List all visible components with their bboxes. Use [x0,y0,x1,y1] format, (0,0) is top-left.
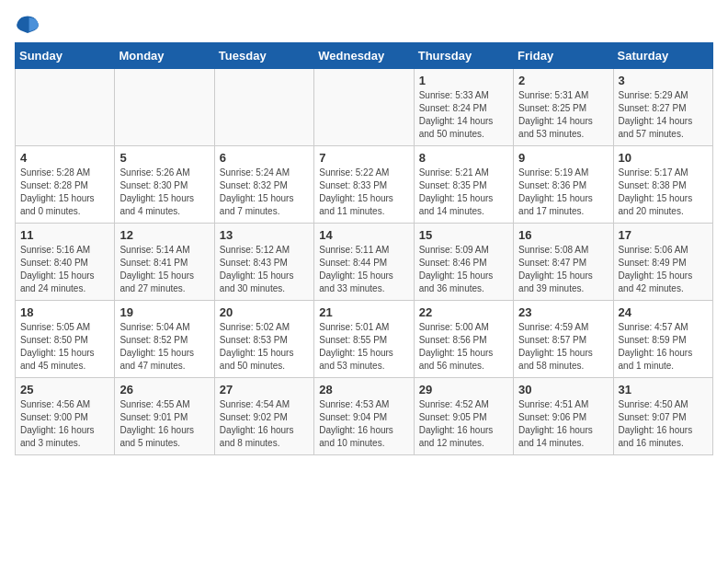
day-number: 14 [319,228,408,242]
day-info: Sunrise: 5:21 AM Sunset: 8:35 PM Dayligh… [419,167,508,218]
day-number: 31 [619,383,708,396]
day-info: Sunrise: 4:54 AM Sunset: 9:02 PM Dayligh… [220,398,309,450]
day-number: 30 [518,383,608,396]
calendar-cell [214,69,313,146]
day-info: Sunrise: 4:52 AM Sunset: 9:05 PM Dayligh… [419,398,508,450]
calendar-cell: 27Sunrise: 4:54 AM Sunset: 9:02 PM Dayli… [214,378,313,455]
day-number: 11 [20,228,109,242]
day-number: 3 [619,74,708,87]
day-info: Sunrise: 4:57 AM Sunset: 8:59 PM Dayligh… [619,321,708,373]
day-info: Sunrise: 5:33 AM Sunset: 8:24 PM Dayligh… [419,89,508,141]
day-number: 2 [518,74,608,87]
day-number: 13 [220,228,309,242]
calendar-cell: 29Sunrise: 4:52 AM Sunset: 9:05 PM Dayli… [414,378,513,455]
day-number: 28 [319,383,408,396]
calendar-cell: 20Sunrise: 5:02 AM Sunset: 8:53 PM Dayli… [214,301,313,378]
calendar-cell: 15Sunrise: 5:09 AM Sunset: 8:46 PM Dayli… [414,224,513,301]
day-info: Sunrise: 5:28 AM Sunset: 8:28 PM Dayligh… [20,167,109,218]
weekday-header: Friday [514,43,613,69]
day-info: Sunrise: 5:26 AM Sunset: 8:30 PM Dayligh… [119,167,209,218]
calendar-cell: 7Sunrise: 5:22 AM Sunset: 8:33 PM Daylig… [314,146,414,224]
day-number: 21 [319,305,408,319]
day-number: 5 [119,151,209,165]
calendar-cell: 8Sunrise: 5:21 AM Sunset: 8:35 PM Daylig… [414,146,513,224]
day-number: 15 [419,228,508,242]
calendar-cell: 10Sunrise: 5:17 AM Sunset: 8:38 PM Dayli… [613,146,712,224]
day-number: 7 [319,151,408,165]
day-number: 25 [20,383,109,396]
day-info: Sunrise: 5:24 AM Sunset: 8:32 PM Dayligh… [220,167,309,218]
day-info: Sunrise: 4:53 AM Sunset: 9:04 PM Dayligh… [319,398,408,450]
day-info: Sunrise: 5:05 AM Sunset: 8:50 PM Dayligh… [20,321,109,373]
calendar-cell: 1Sunrise: 5:33 AM Sunset: 8:24 PM Daylig… [414,69,513,146]
calendar-cell: 14Sunrise: 5:11 AM Sunset: 8:44 PM Dayli… [314,224,414,301]
day-number: 19 [119,305,209,319]
calendar-cell: 16Sunrise: 5:08 AM Sunset: 8:47 PM Dayli… [514,224,613,301]
calendar-cell: 12Sunrise: 5:14 AM Sunset: 8:41 PM Dayli… [115,224,214,301]
day-number: 12 [119,228,209,242]
day-number: 6 [220,151,309,165]
day-info: Sunrise: 4:51 AM Sunset: 9:06 PM Dayligh… [518,398,608,450]
day-info: Sunrise: 5:08 AM Sunset: 8:47 PM Dayligh… [518,244,608,295]
calendar-cell: 2Sunrise: 5:31 AM Sunset: 8:25 PM Daylig… [514,69,613,146]
day-info: Sunrise: 4:55 AM Sunset: 9:01 PM Dayligh… [119,398,209,450]
day-number: 24 [619,305,708,319]
day-info: Sunrise: 5:16 AM Sunset: 8:40 PM Dayligh… [20,244,109,295]
logo [15,15,44,33]
day-number: 1 [419,74,508,87]
calendar-cell [16,69,115,146]
calendar-cell: 30Sunrise: 4:51 AM Sunset: 9:06 PM Dayli… [514,378,613,455]
weekday-header: Sunday [16,43,115,69]
day-number: 4 [20,151,109,165]
calendar-cell [115,69,214,146]
day-number: 16 [518,228,608,242]
day-info: Sunrise: 5:14 AM Sunset: 8:41 PM Dayligh… [119,244,209,295]
day-info: Sunrise: 5:31 AM Sunset: 8:25 PM Dayligh… [518,89,608,141]
calendar-week-row: 11Sunrise: 5:16 AM Sunset: 8:40 PM Dayli… [16,224,713,301]
calendar-cell: 26Sunrise: 4:55 AM Sunset: 9:01 PM Dayli… [115,378,214,455]
day-number: 8 [419,151,508,165]
weekday-header: Tuesday [214,43,313,69]
calendar-cell: 28Sunrise: 4:53 AM Sunset: 9:04 PM Dayli… [314,378,414,455]
day-info: Sunrise: 5:04 AM Sunset: 8:52 PM Dayligh… [119,321,209,373]
calendar-cell: 5Sunrise: 5:26 AM Sunset: 8:30 PM Daylig… [115,146,214,224]
calendar-table: SundayMondayTuesdayWednesdayThursdayFrid… [15,42,713,455]
calendar-cell: 31Sunrise: 4:50 AM Sunset: 9:07 PM Dayli… [613,378,712,455]
calendar-week-row: 4Sunrise: 5:28 AM Sunset: 8:28 PM Daylig… [16,146,713,224]
day-number: 29 [419,383,508,396]
day-info: Sunrise: 5:19 AM Sunset: 8:36 PM Dayligh… [518,167,608,218]
calendar-cell: 18Sunrise: 5:05 AM Sunset: 8:50 PM Dayli… [16,301,115,378]
weekday-header: Wednesday [314,43,414,69]
calendar-cell: 23Sunrise: 4:59 AM Sunset: 8:57 PM Dayli… [514,301,613,378]
day-info: Sunrise: 4:56 AM Sunset: 9:00 PM Dayligh… [20,398,109,450]
day-info: Sunrise: 5:11 AM Sunset: 8:44 PM Dayligh… [319,244,408,295]
calendar-cell: 24Sunrise: 4:57 AM Sunset: 8:59 PM Dayli… [613,301,712,378]
day-number: 18 [20,305,109,319]
calendar-cell: 9Sunrise: 5:19 AM Sunset: 8:36 PM Daylig… [514,146,613,224]
calendar-cell: 19Sunrise: 5:04 AM Sunset: 8:52 PM Dayli… [115,301,214,378]
day-info: Sunrise: 5:09 AM Sunset: 8:46 PM Dayligh… [419,244,508,295]
calendar-cell [314,69,414,146]
calendar-cell: 25Sunrise: 4:56 AM Sunset: 9:00 PM Dayli… [16,378,115,455]
calendar-cell: 13Sunrise: 5:12 AM Sunset: 8:43 PM Dayli… [214,224,313,301]
calendar-cell: 3Sunrise: 5:29 AM Sunset: 8:27 PM Daylig… [613,69,712,146]
calendar-cell: 4Sunrise: 5:28 AM Sunset: 8:28 PM Daylig… [16,146,115,224]
calendar-cell: 17Sunrise: 5:06 AM Sunset: 8:49 PM Dayli… [613,224,712,301]
weekday-header: Thursday [414,43,513,69]
day-info: Sunrise: 4:59 AM Sunset: 8:57 PM Dayligh… [518,321,608,373]
day-number: 23 [518,305,608,319]
day-info: Sunrise: 5:17 AM Sunset: 8:38 PM Dayligh… [619,167,708,218]
calendar-header-row: SundayMondayTuesdayWednesdayThursdayFrid… [16,43,713,69]
day-number: 26 [119,383,209,396]
calendar-week-row: 18Sunrise: 5:05 AM Sunset: 8:50 PM Dayli… [16,301,713,378]
calendar-week-row: 1Sunrise: 5:33 AM Sunset: 8:24 PM Daylig… [16,69,713,146]
calendar-cell: 22Sunrise: 5:00 AM Sunset: 8:56 PM Dayli… [414,301,513,378]
day-info: Sunrise: 4:50 AM Sunset: 9:07 PM Dayligh… [619,398,708,450]
day-info: Sunrise: 5:22 AM Sunset: 8:33 PM Dayligh… [319,167,408,218]
calendar-cell: 11Sunrise: 5:16 AM Sunset: 8:40 PM Dayli… [16,224,115,301]
day-number: 9 [518,151,608,165]
day-info: Sunrise: 5:01 AM Sunset: 8:55 PM Dayligh… [319,321,408,373]
weekday-header: Monday [115,43,214,69]
day-info: Sunrise: 5:02 AM Sunset: 8:53 PM Dayligh… [220,321,309,373]
page-header [15,15,713,33]
